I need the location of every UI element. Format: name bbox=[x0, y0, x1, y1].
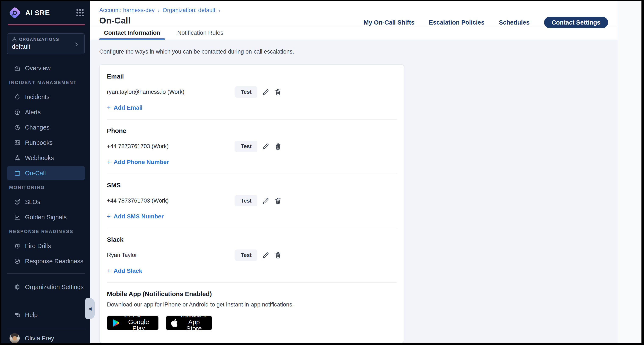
organization-value: default bbox=[12, 43, 80, 50]
contact-entry-value: ryan.taylor@harness.io (Work) bbox=[107, 89, 235, 95]
alarm-clock-icon bbox=[14, 242, 21, 249]
contact-section-phone: Phone+44 7873761703 (Work)Test+Add Phone… bbox=[107, 127, 396, 174]
trash-icon[interactable] bbox=[274, 88, 282, 96]
contact-section-email: Emailryan.taylor@harness.io (Work)Test+A… bbox=[107, 73, 396, 120]
header-nav-my-on-call-shifts[interactable]: My On-Call Shifts bbox=[364, 19, 414, 26]
sidebar-item-fire-drills[interactable]: Fire Drills bbox=[7, 239, 85, 253]
page-header: Account: harness-dev › Organization: def… bbox=[90, 1, 618, 26]
calendar-icon bbox=[14, 170, 21, 176]
sidebar-nav: OverviewINCIDENT MANAGEMENTIncidentsAler… bbox=[1, 61, 90, 301]
contact-entry-value: +44 7873761703 (Work) bbox=[107, 143, 235, 150]
breadcrumb-organization-link[interactable]: Organization: default bbox=[162, 7, 215, 14]
sidebar-item-overview[interactable]: Overview bbox=[7, 61, 85, 75]
flame-icon bbox=[14, 94, 21, 100]
main-area: Account: harness-dev › Organization: def… bbox=[90, 1, 642, 343]
sidebar-item-organization-settings[interactable]: Organization Settings bbox=[7, 280, 85, 294]
chevron-left-icon: ◀ bbox=[88, 306, 92, 311]
app-grid-icon[interactable] bbox=[76, 9, 84, 16]
organizations-label: ORGANIZATIONS bbox=[19, 37, 59, 42]
plus-icon: + bbox=[107, 268, 111, 274]
row-actions: Test bbox=[235, 195, 282, 206]
sidebar-item-label: Help bbox=[25, 312, 38, 318]
sidebar-divider bbox=[7, 273, 85, 274]
contact-section-sms: SMS+44 7873761703 (Work)Test+Add SMS Num… bbox=[107, 182, 396, 228]
breadcrumb: Account: harness-dev › Organization: def… bbox=[99, 1, 618, 14]
sidebar-divider bbox=[7, 329, 85, 329]
contact-section-title: Email bbox=[107, 73, 396, 80]
test-button[interactable]: Test bbox=[235, 141, 258, 152]
ai-sre-spiral-logo bbox=[8, 6, 22, 19]
trash-icon[interactable] bbox=[274, 197, 282, 205]
brand-name: AI SRE bbox=[25, 9, 50, 17]
content: Configure the ways in which you can be c… bbox=[90, 40, 618, 343]
contact-entry-value: +44 7873761703 (Work) bbox=[107, 198, 235, 204]
contact-section-title: Phone bbox=[107, 127, 396, 134]
tab-notification-rules[interactable]: Notification Rules bbox=[172, 26, 228, 40]
sidebar-collapse-handle[interactable]: ◀ bbox=[85, 298, 95, 319]
test-button[interactable]: Test bbox=[235, 86, 258, 98]
pencil-icon[interactable] bbox=[262, 88, 270, 96]
tab-contact-information[interactable]: Contact Information bbox=[99, 26, 165, 40]
test-button[interactable]: Test bbox=[235, 250, 258, 261]
sidebar-item-label: Golden Signals bbox=[25, 214, 67, 221]
trash-icon[interactable] bbox=[274, 251, 282, 259]
contact-entry-value: Ryan Taylor bbox=[107, 252, 235, 258]
add-link-label: Add Email bbox=[114, 104, 143, 111]
sidebar-item-label: Changes bbox=[25, 124, 50, 131]
app-store-badge[interactable]: Download on theApp Store bbox=[166, 316, 212, 330]
pencil-icon[interactable] bbox=[262, 251, 270, 259]
sidebar-item-incidents[interactable]: Incidents bbox=[7, 90, 85, 104]
help-chat-icon: ? bbox=[14, 312, 21, 318]
contact-section-slack: SlackRyan TaylorTest+Add Slack bbox=[107, 236, 396, 283]
sidebar-item-response-readiness[interactable]: Response Readiness bbox=[7, 254, 85, 268]
runbook-icon bbox=[14, 139, 21, 146]
google-play-logo bbox=[112, 318, 121, 328]
section-divider bbox=[107, 282, 396, 283]
sidebar-item-alerts[interactable]: Alerts bbox=[7, 105, 85, 119]
section-divider bbox=[107, 119, 396, 120]
add-add-email-link[interactable]: +Add Email bbox=[107, 104, 142, 111]
pencil-icon[interactable] bbox=[262, 197, 270, 205]
test-button[interactable]: Test bbox=[235, 195, 258, 206]
org-hierarchy-icon bbox=[12, 37, 17, 42]
row-actions: Test bbox=[235, 86, 282, 98]
change-history-icon bbox=[14, 124, 21, 131]
add-add-sms-number-link[interactable]: +Add SMS Number bbox=[107, 213, 164, 220]
trash-icon[interactable] bbox=[274, 142, 282, 150]
brand-row: AI SRE bbox=[1, 1, 90, 24]
sidebar-item-label: Webhooks bbox=[25, 154, 54, 162]
badge-text: GET IT ONGoogle Play bbox=[124, 314, 154, 332]
header-nav-schedules[interactable]: Schedules bbox=[499, 19, 530, 26]
google-play-badge[interactable]: GET IT ONGoogle Play bbox=[107, 316, 158, 330]
scrollbar-gutter[interactable] bbox=[618, 1, 642, 343]
sidebar-item-slos[interactable]: SLOs bbox=[7, 195, 85, 209]
add-link-label: Add Slack bbox=[114, 268, 142, 274]
section-divider bbox=[107, 174, 396, 174]
sidebar-item-help[interactable]: ? Help bbox=[7, 308, 85, 322]
sidebar-item-label: Fire Drills bbox=[25, 242, 51, 250]
alert-hexagon-icon bbox=[14, 109, 21, 116]
user-menu[interactable]: Olivia Frey bbox=[10, 333, 85, 343]
organizations-selector[interactable]: ORGANIZATIONS default bbox=[7, 33, 85, 54]
sidebar-item-runbooks[interactable]: Runbooks bbox=[7, 136, 85, 150]
pencil-icon[interactable] bbox=[262, 142, 270, 150]
add-add-phone-number-link[interactable]: +Add Phone Number bbox=[107, 159, 169, 166]
sidebar-item-on-call[interactable]: On-Call bbox=[7, 166, 85, 180]
check-circle-icon bbox=[14, 258, 21, 264]
header-nav-contact-settings[interactable]: Contact Settings bbox=[544, 17, 608, 28]
contact-card: Emailryan.taylor@harness.io (Work)Test+A… bbox=[99, 64, 404, 343]
webhook-icon bbox=[14, 154, 21, 161]
badge-line2: Google Play bbox=[124, 319, 154, 332]
header-nav: My On-Call ShiftsEscalation PoliciesSche… bbox=[364, 17, 608, 28]
breadcrumb-account-link[interactable]: Account: harness-dev bbox=[99, 7, 154, 14]
sidebar-section-label: INCIDENT MANAGEMENT bbox=[9, 80, 90, 85]
sidebar-section-label: RESPONSE READINESS bbox=[9, 229, 90, 234]
sidebar-item-webhooks[interactable]: Webhooks bbox=[7, 151, 85, 165]
sidebar-section-label: MONITORING bbox=[9, 185, 90, 190]
page-description: Configure the ways in which you can be c… bbox=[99, 48, 618, 55]
add-add-slack-link[interactable]: +Add Slack bbox=[107, 268, 142, 274]
header-nav-escalation-policies[interactable]: Escalation Policies bbox=[429, 19, 484, 26]
sidebar-item-changes[interactable]: Changes bbox=[7, 120, 85, 134]
sidebar-item-label: Alerts bbox=[25, 109, 41, 116]
sidebar-item-golden-signals[interactable]: Golden Signals bbox=[7, 210, 85, 224]
